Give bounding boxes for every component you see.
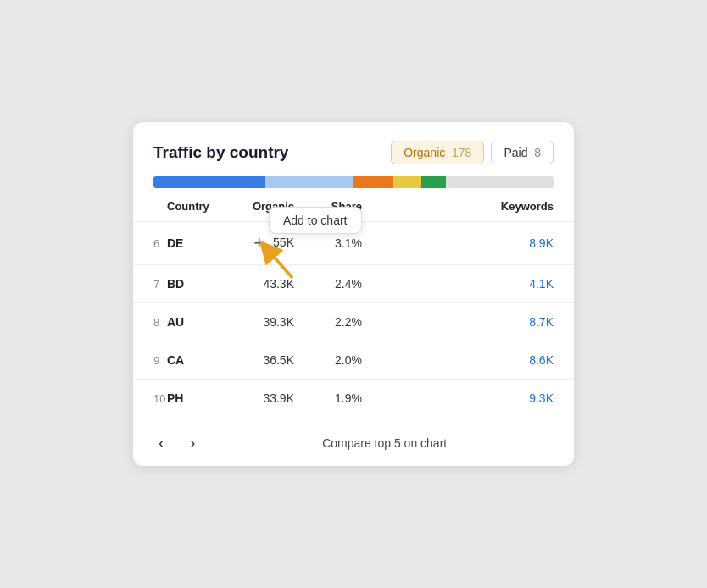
table-row: 6DEAdd to chart + 55K3.1%8.9K xyxy=(133,222,574,265)
prev-button[interactable]: ‹ xyxy=(153,431,170,454)
col-country: Country xyxy=(167,188,218,222)
row-keywords: 9.3K xyxy=(362,380,574,418)
row-keywords: 4.1K xyxy=(362,265,574,303)
row-num: 8 xyxy=(133,303,167,341)
row-country: CA xyxy=(167,341,218,380)
card-title: Traffic by country xyxy=(153,143,288,162)
table-row: 9CA36.5K2.0%8.6K xyxy=(133,341,574,380)
card-header: Traffic by country Organic 178 Paid 8 xyxy=(133,122,574,176)
add-to-chart-tooltip: Add to chart xyxy=(269,207,362,234)
organic-badge[interactable]: Organic 178 xyxy=(391,141,484,164)
row-keywords: 8.7K xyxy=(362,303,574,341)
table-row: 8AU39.3K2.2%8.7K xyxy=(133,303,574,341)
row-country: AU xyxy=(167,303,218,341)
country-table: Country Organic Share Keywords 6DEAdd to… xyxy=(133,188,574,417)
row-country: PH xyxy=(167,380,218,418)
row-share: 1.9% xyxy=(294,380,362,418)
row-share: 2.0% xyxy=(294,341,362,380)
traffic-by-country-card: Traffic by country Organic 178 Paid 8 Co… xyxy=(133,122,574,466)
row-country: DE xyxy=(167,222,218,265)
row-traffic: Add to chart + 55K xyxy=(218,222,294,265)
next-button[interactable]: › xyxy=(185,431,201,454)
compare-label: Compare top 5 on chart xyxy=(215,436,554,450)
row-keywords: 8.9K xyxy=(362,222,574,265)
row-num: 9 xyxy=(133,341,167,380)
row-traffic: 39.3K xyxy=(218,303,294,341)
row-keywords: 8.6K xyxy=(362,341,574,380)
col-num xyxy=(133,188,167,222)
card-footer: ‹ › Compare top 5 on chart xyxy=(133,419,574,466)
row-traffic: 33.9K xyxy=(218,380,294,418)
table-row: 10PH33.9K1.9%9.3K xyxy=(133,380,574,418)
row-share: 2.4% xyxy=(294,265,362,303)
row-country: BD xyxy=(167,265,218,303)
row-num: 7 xyxy=(133,265,167,303)
add-to-chart-button[interactable]: + xyxy=(248,234,270,252)
col-keywords: Keywords xyxy=(362,188,574,222)
row-num: 10 xyxy=(133,380,167,418)
paid-badge[interactable]: Paid 8 xyxy=(491,141,554,164)
paid-label: Paid xyxy=(504,146,527,159)
row-traffic: 43.3K xyxy=(218,265,294,303)
table-wrap: Country Organic Share Keywords 6DEAdd to… xyxy=(133,188,574,417)
traffic-value: 55K xyxy=(270,236,294,249)
row-num: 6 xyxy=(133,222,167,265)
paid-count: 8 xyxy=(534,146,541,159)
organic-label: Organic xyxy=(404,146,445,159)
row-traffic: 36.5K xyxy=(218,341,294,380)
badge-group: Organic 178 Paid 8 xyxy=(391,141,554,164)
stacked-bar-container xyxy=(133,176,574,188)
stacked-bar xyxy=(153,176,554,188)
row-share: 2.2% xyxy=(294,303,362,341)
table-row: 7BD43.3K2.4%4.1K xyxy=(133,265,574,303)
organic-count: 178 xyxy=(452,146,471,159)
